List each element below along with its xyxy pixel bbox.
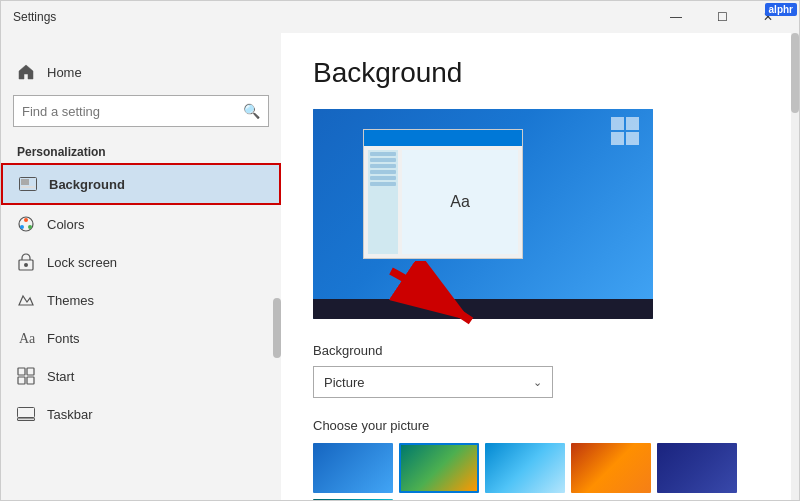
sidebar: Home 🔍 Personalization bbox=[1, 33, 281, 500]
background-preview: Aa bbox=[313, 109, 653, 319]
picture-thumb-2[interactable] bbox=[399, 443, 479, 493]
svg-text:Aa: Aa bbox=[19, 331, 35, 346]
preview-window: Aa bbox=[363, 129, 523, 259]
window-body: Home 🔍 Personalization bbox=[1, 33, 799, 500]
fonts-icon: Aa bbox=[17, 329, 35, 347]
themes-label: Themes bbox=[47, 293, 94, 308]
title-bar: Settings — ☐ ✕ alphr bbox=[1, 1, 799, 33]
preview-desktop: Aa bbox=[313, 109, 653, 319]
main-scroll-area[interactable]: Background bbox=[281, 33, 791, 500]
choose-picture-section: Choose your picture bbox=[313, 418, 759, 500]
svg-point-4 bbox=[24, 218, 28, 222]
main-content: Background bbox=[281, 33, 791, 500]
svg-rect-18 bbox=[611, 132, 624, 145]
svg-rect-2 bbox=[21, 186, 35, 188]
start-icon bbox=[17, 367, 35, 385]
sidebar-item-themes[interactable]: Themes bbox=[1, 281, 281, 319]
window-title: Settings bbox=[13, 10, 56, 24]
background-label: Background bbox=[49, 177, 125, 192]
taskbar-icon bbox=[17, 405, 35, 423]
preview-mini-main: Aa bbox=[402, 150, 518, 254]
search-box[interactable]: 🔍 bbox=[13, 95, 269, 127]
picture-thumb-3[interactable] bbox=[485, 443, 565, 493]
fonts-label: Fonts bbox=[47, 331, 80, 346]
themes-icon bbox=[17, 291, 35, 309]
svg-rect-11 bbox=[27, 368, 34, 375]
svg-rect-19 bbox=[626, 132, 639, 145]
search-input[interactable] bbox=[22, 104, 243, 119]
sidebar-item-fonts[interactable]: Aa Fonts bbox=[1, 319, 281, 357]
lock-screen-label: Lock screen bbox=[47, 255, 117, 270]
svg-rect-17 bbox=[626, 117, 639, 130]
sidebar-app-title bbox=[1, 33, 281, 53]
sidebar-item-lock-screen[interactable]: Lock screen bbox=[1, 243, 281, 281]
sidebar-item-taskbar[interactable]: Taskbar bbox=[1, 395, 281, 433]
svg-rect-16 bbox=[611, 117, 624, 130]
taskbar-label: Taskbar bbox=[47, 407, 93, 422]
dropdown-arrow-icon: ⌄ bbox=[533, 376, 542, 389]
start-label: Start bbox=[47, 369, 74, 384]
sidebar-nav: Background Colors bbox=[1, 163, 281, 500]
background-icon bbox=[19, 175, 37, 193]
picture-thumbnails bbox=[313, 443, 759, 500]
main-scrollbar-thumb[interactable] bbox=[791, 33, 799, 113]
background-section: Background Picture ⌄ bbox=[313, 343, 759, 398]
maximize-button[interactable]: ☐ bbox=[699, 1, 745, 33]
settings-window: Settings — ☐ ✕ alphr Home bbox=[0, 0, 800, 501]
alphr-badge: alphr bbox=[765, 3, 797, 16]
preview-mini-sidebar bbox=[368, 150, 398, 254]
svg-rect-10 bbox=[18, 368, 25, 375]
svg-rect-15 bbox=[18, 418, 35, 421]
svg-point-6 bbox=[20, 225, 24, 229]
svg-point-8 bbox=[24, 263, 28, 267]
main-scrollbar[interactable] bbox=[791, 33, 799, 500]
sidebar-item-start[interactable]: Start bbox=[1, 357, 281, 395]
dropdown-value: Picture bbox=[324, 375, 364, 390]
picture-thumb-1[interactable] bbox=[313, 443, 393, 493]
colors-label: Colors bbox=[47, 217, 85, 232]
preview-window-body: Aa bbox=[364, 146, 522, 258]
svg-rect-13 bbox=[27, 377, 34, 384]
picture-thumb-4[interactable] bbox=[571, 443, 651, 493]
preview-window-titlebar bbox=[364, 130, 522, 146]
svg-rect-12 bbox=[18, 377, 25, 384]
svg-point-5 bbox=[28, 225, 32, 229]
preview-taskbar bbox=[313, 299, 653, 319]
colors-icon bbox=[17, 215, 35, 233]
svg-rect-1 bbox=[21, 179, 29, 185]
picture-thumb-5[interactable] bbox=[657, 443, 737, 493]
sidebar-scrollbar-thumb[interactable] bbox=[273, 298, 281, 358]
svg-rect-14 bbox=[18, 408, 35, 418]
background-dropdown[interactable]: Picture ⌄ bbox=[313, 366, 553, 398]
sidebar-home-label: Home bbox=[47, 65, 82, 80]
sidebar-item-background[interactable]: Background bbox=[1, 163, 281, 205]
picture-thumb-6[interactable] bbox=[313, 499, 393, 500]
page-title: Background bbox=[313, 57, 759, 89]
minimize-button[interactable]: — bbox=[653, 1, 699, 33]
sidebar-item-colors[interactable]: Colors bbox=[1, 205, 281, 243]
lock-screen-icon bbox=[17, 253, 35, 271]
home-icon bbox=[17, 63, 35, 81]
personalization-section-label: Personalization bbox=[1, 139, 281, 163]
choose-picture-label: Choose your picture bbox=[313, 418, 759, 433]
sidebar-item-home[interactable]: Home bbox=[1, 53, 281, 91]
search-icon: 🔍 bbox=[243, 103, 260, 119]
background-section-label: Background bbox=[313, 343, 759, 358]
